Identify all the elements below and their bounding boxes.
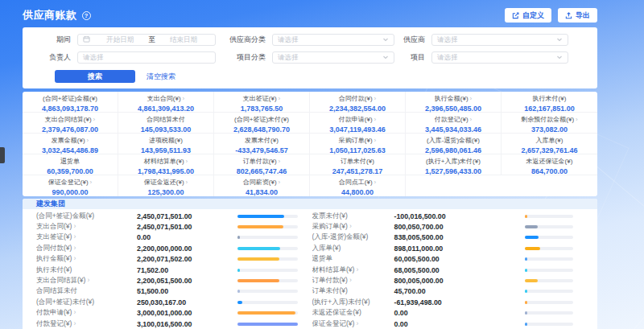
row-value: 2,200,000,000.00 [137, 245, 237, 253]
stat-value: 143,959,511.93 [118, 146, 213, 154]
stat-label: 付款申请(¥)› [310, 115, 405, 124]
chevron-down-icon [556, 36, 563, 44]
row-label[interactable]: 执行金额(¥)› [36, 254, 137, 264]
stat-card[interactable]: 支出合同结算(¥)›2,379,476,087.00 [23, 113, 118, 134]
row-bar-fill [237, 279, 280, 282]
row-bar-fill [525, 323, 527, 326]
search-button[interactable]: 搜索 [55, 70, 135, 83]
row-label[interactable]: 付款申请(¥)› [36, 308, 137, 318]
row-label[interactable]: 支出合同(¥)› [36, 222, 137, 232]
help-icon[interactable]: ? [82, 11, 91, 20]
stat-label: 进项税额(¥) [118, 136, 213, 145]
row-label[interactable]: 订单付款(¥)› [312, 276, 394, 286]
supplier-category-select[interactable]: 请选择 [272, 34, 394, 46]
supplier-select[interactable]: 请选择 [431, 34, 568, 46]
stat-card[interactable]: 支出签证(¥)›1,783,765.50 [214, 92, 310, 113]
customize-button[interactable]: 自定义 [505, 8, 551, 23]
row-label[interactable]: 支出签证(¥)› [36, 232, 137, 242]
date-range-input[interactable]: 开始日期 至 结束日期 [77, 34, 216, 46]
row-bar [525, 279, 573, 282]
stat-card[interactable]: 合同薪资(¥)›41,834.00 [214, 175, 310, 196]
row-bar-fill [525, 290, 527, 293]
account-row: (合同+签证)金额(¥)2,450,071,501.00 [36, 211, 298, 221]
row-bar-fill [237, 301, 243, 304]
row-label[interactable]: 支出合同结算(¥)› [36, 276, 137, 286]
stat-label: 合同付款(¥)› [310, 94, 405, 103]
chevron-right-icon: › [73, 222, 76, 230]
project-category-select[interactable]: 请选择 [272, 51, 394, 64]
collapsed-sidebar-handle[interactable] [0, 147, 5, 163]
stat-card[interactable]: 付款申请(¥)›3,047,119,493.46 [310, 113, 406, 134]
row-label[interactable]: 合同付款(¥)› [36, 244, 137, 253]
stat-label: 执行金额(¥)› [406, 94, 501, 103]
stat-card[interactable]: 发票金额(¥)›3,032,454,486.89 [23, 134, 118, 154]
stat-value: 60,359,700.00 [23, 167, 118, 175]
stat-card[interactable]: 合同点工(¥)›44,800.00 [310, 175, 406, 196]
account-row: (合同+签证)未付(¥)250,030,167.00 [36, 297, 298, 307]
account-row: (执行+入库)未付(¥)-61,939,498.00 [312, 297, 574, 307]
stat-value: 2,596,980,061.46 [406, 146, 501, 154]
row-label[interactable]: 材料结算单(¥)› [312, 265, 394, 275]
stat-card[interactable]: 采购订单(¥)›1,050,117,025.63 [310, 134, 406, 154]
row-bar [525, 247, 573, 250]
stat-card[interactable]: 支出合同(¥)›4,861,309,413.20 [118, 92, 214, 113]
stat-value: 1,783,765.50 [214, 105, 309, 113]
stat-label: 合同薪资(¥)› [214, 178, 309, 187]
row-label: (入库-退货)金额(¥) [312, 232, 394, 242]
stat-value: 2,234,382,554.00 [310, 105, 405, 113]
stat-card[interactable]: 剩余预付款金额(¥)›373,082.00 [502, 113, 597, 134]
account-row: 退货单60,005,500.00 [312, 254, 574, 265]
stat-card[interactable]: 保证金登记(¥)›990,000.00 [23, 175, 118, 196]
export-button[interactable]: 导出 [558, 8, 597, 23]
top-bar: 供应商账款 ? 自定义 导出 [23, 6, 597, 24]
row-bar-fill [525, 311, 527, 315]
row-value: 3,000,001,000.00 [137, 309, 237, 317]
project-select[interactable]: 请选择 [431, 51, 568, 64]
stat-value: 44,800.00 [310, 188, 405, 196]
stat-value: -433,479,546.57 [214, 146, 309, 154]
clear-search-link[interactable]: 清空搜索 [147, 72, 175, 82]
chevron-right-icon: › [73, 244, 76, 252]
stat-card[interactable]: 合同付款(¥)›2,234,382,554.00 [310, 92, 406, 113]
row-value: 2,450,071,501.00 [137, 223, 237, 231]
stat-label: 剩余预付款金额(¥)› [502, 115, 597, 124]
row-bar [237, 247, 298, 250]
row-label[interactable]: 采购订单(¥)› [312, 222, 394, 232]
stat-card: 入库单(¥)2,657,329,761.46 [502, 134, 597, 154]
row-bar [237, 301, 298, 304]
row-label: 发票未付(¥) [312, 212, 394, 221]
stat-card[interactable]: 保证金返还(¥)›125,300.00 [118, 175, 214, 196]
stat-card[interactable]: 材料结算单(¥)›1,798,431,995.00 [118, 154, 214, 175]
stat-value: 3,032,454,486.89 [23, 146, 118, 154]
row-bar [237, 215, 298, 218]
row-bar [525, 257, 573, 261]
stat-card: (合同+签证)金额(¥)4,863,093,178.70 [23, 92, 118, 113]
chevron-right-icon: › [576, 116, 578, 123]
page-title: 供应商账款 [23, 8, 77, 23]
account-row: 材料结算单(¥)›68,005,500.00 [312, 265, 574, 275]
stat-card[interactable]: 执行金额(¥)›2,396,550,485.00 [406, 92, 502, 113]
row-label[interactable]: 付款登记(¥)› [36, 319, 137, 329]
chevron-right-icon: › [90, 179, 93, 186]
stat-value: 4,863,093,178.70 [23, 105, 118, 113]
stat-label: 保证金返还(¥)› [118, 178, 213, 187]
stat-value: 1,527,596,433.00 [406, 167, 501, 175]
stats-panel: (合同+签证)金额(¥)4,863,093,178.70支出合同(¥)›4,86… [23, 92, 597, 196]
row-label: 执行未付(¥) [36, 265, 137, 275]
row-bar [237, 323, 298, 326]
row-label[interactable]: 保证金登记(¥)› [312, 319, 394, 329]
chevron-right-icon: › [87, 276, 89, 284]
group-name[interactable]: 建发集团 [36, 199, 65, 209]
chevron-right-icon: › [349, 222, 352, 230]
project-label: 项目 [394, 52, 425, 63]
stat-card[interactable]: 付款登记(¥)›3,445,934,033.46 [406, 113, 502, 134]
row-bar [237, 269, 298, 272]
stat-value: 145,093,533.00 [118, 125, 213, 134]
chevron-right-icon: › [87, 137, 89, 144]
owner-select[interactable]: 请选择 [77, 51, 216, 64]
row-bar [237, 257, 298, 261]
stat-card[interactable]: 订单付款(¥)›802,665,747.46 [214, 154, 310, 175]
stat-value: 373,082.00 [502, 125, 597, 134]
chevron-right-icon: › [73, 254, 76, 262]
row-bar-fill [237, 257, 280, 261]
